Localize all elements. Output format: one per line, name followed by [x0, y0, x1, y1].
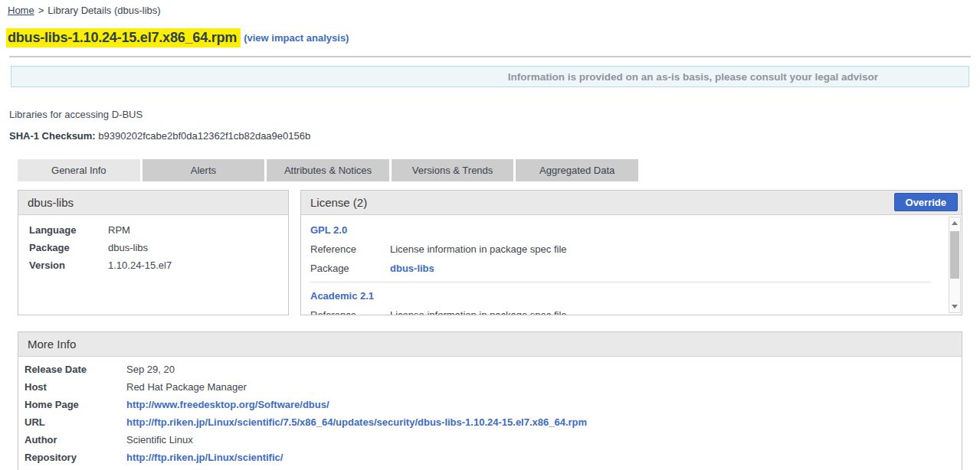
library-summary-panel: dbus-libs Language RPM Package dbus-libs…: [18, 190, 289, 315]
package-link[interactable]: dbus-libs: [390, 263, 434, 274]
row-label: Author: [25, 435, 126, 446]
more-info-row-home-page: Home Page http://www.freedesktop.org/Sof…: [25, 400, 955, 410]
tab-attributes-notices[interactable]: Attributes & Notices: [267, 159, 389, 181]
row-value: 1.10.24-15.el7: [108, 259, 172, 271]
library-row-package: Package dbus-libs: [29, 242, 277, 253]
tab-general-info[interactable]: General Info: [18, 159, 140, 181]
library-summary-body: Language RPM Package dbus-libs Version 1…: [18, 215, 288, 286]
row-label: Language: [29, 224, 108, 236]
title-divider: [9, 56, 971, 57]
license-list: GPL 2.0 Reference License information in…: [301, 215, 962, 315]
row-label: Release Date: [25, 364, 126, 375]
legal-banner-text: Information is provided on an as-is basi…: [508, 71, 878, 83]
tab-alerts[interactable]: Alerts: [143, 159, 265, 181]
row-value: Scientific Linux: [126, 435, 193, 446]
breadcrumb-home-link[interactable]: Home: [8, 5, 34, 16]
license-name-link[interactable]: GPL 2.0: [310, 224, 347, 236]
sha1-checksum: SHA-1 Checksum: b9390202fcabe2bf0da12362…: [9, 130, 980, 142]
row-value: RPM: [108, 224, 130, 236]
row-label: Repository: [25, 452, 126, 463]
library-row-version: Version 1.10.24-15.el7: [29, 259, 277, 271]
override-button[interactable]: Override: [894, 193, 958, 211]
more-info-row-url: URL http://ftp.riken.jp/Linux/scientific…: [25, 417, 955, 428]
more-info-row-author: Author Scientific Linux: [25, 435, 955, 446]
row-value: License information in package spec file: [390, 309, 567, 315]
row-value: Red Hat Package Manager: [126, 382, 247, 393]
library-row-language: Language RPM: [29, 224, 277, 236]
row-value: License information in package spec file: [390, 243, 567, 255]
more-info-header: More Info: [18, 332, 962, 357]
license-row-package: Package dbus-libs: [310, 263, 931, 274]
tab-aggregated-data[interactable]: Aggregated Data: [516, 159, 638, 181]
license-panel: License (2) Override GPL 2.0 Reference L…: [300, 190, 962, 315]
title-row: dbus-libs-1.10.24-15.el7.x86_64.rpm (vie…: [6, 28, 980, 47]
tab-versions-trends[interactable]: Versions & Trends: [392, 159, 514, 181]
more-info-row-release-date: Release Date Sep 29, 20: [25, 364, 955, 375]
license-panel-title: License (2): [310, 196, 367, 209]
row-label: Reference: [310, 309, 390, 315]
scrollbar-thumb[interactable]: [950, 231, 959, 279]
row-label: Host: [25, 382, 126, 393]
row-label: Home Page: [25, 400, 126, 410]
repository-link[interactable]: http://ftp.riken.jp/Linux/scientific/: [126, 452, 283, 463]
breadcrumb: Home>Library Details (dbus-libs): [8, 5, 980, 16]
row-label: Package: [29, 242, 108, 253]
home-page-link[interactable]: http://www.freedesktop.org/Software/dbus…: [126, 400, 329, 410]
row-label: Package: [310, 263, 390, 274]
license-scrollbar[interactable]: [949, 217, 961, 313]
breadcrumb-current: Library Details (dbus-libs): [48, 5, 160, 16]
page-title: dbus-libs-1.10.24-15.el7.x86_64.rpm: [6, 28, 241, 47]
legal-banner: Information is provided on an as-is basi…: [11, 66, 969, 87]
scroll-down-arrow-icon[interactable]: [949, 301, 960, 312]
tab-bar: General Info Alerts Attributes & Notices…: [18, 159, 638, 181]
license-name-link[interactable]: Academic 2.1: [310, 290, 374, 302]
sha1-value: b9390202fcabe2bf0da12362f1cb82daa9e0156b: [98, 130, 310, 142]
more-info-row-repository: Repository http://ftp.riken.jp/Linux/sci…: [25, 452, 955, 463]
download-url-link[interactable]: http://ftp.riken.jp/Linux/scientific/7.5…: [126, 417, 587, 428]
row-label: Reference: [310, 243, 390, 255]
row-value: Sep 29, 20: [126, 364, 175, 375]
row-value: dbus-libs: [108, 242, 148, 253]
scroll-up-arrow-icon[interactable]: [949, 218, 960, 229]
breadcrumb-separator: >: [38, 5, 44, 16]
more-info-panel: More Info Release Date Sep 29, 20 Host R…: [18, 331, 962, 470]
general-info-panels: dbus-libs Language RPM Package dbus-libs…: [18, 190, 962, 315]
library-summary-header: dbus-libs: [18, 191, 288, 215]
more-info-row-host: Host Red Hat Package Manager: [25, 382, 955, 393]
license-row-reference: Reference License information in package…: [310, 309, 931, 315]
row-label: URL: [25, 417, 126, 428]
license-row-reference: Reference License information in package…: [310, 243, 931, 255]
impact-analysis-link[interactable]: (view impact analysis): [244, 32, 349, 44]
license-panel-header: License (2) Override: [301, 191, 962, 215]
license-entry-divider: [310, 282, 931, 282]
sha1-label: SHA-1 Checksum:: [9, 130, 96, 142]
more-info-body: Release Date Sep 29, 20 Host Red Hat Pac…: [18, 357, 962, 470]
row-label: Version: [29, 259, 108, 271]
library-description: Libraries for accessing D-BUS: [9, 109, 980, 120]
